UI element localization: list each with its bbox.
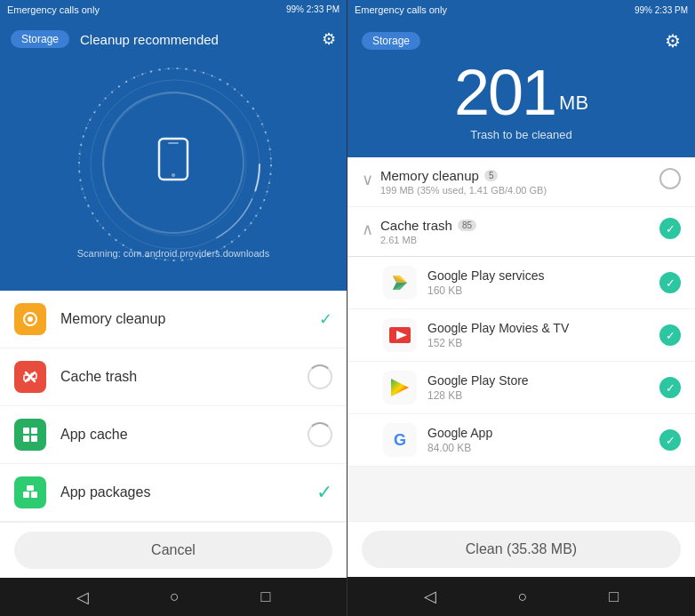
section-title-cache: Cache trash 85: [380, 218, 659, 233]
check-ga[interactable]: ✓: [659, 429, 681, 451]
cache-trash-icon: [14, 361, 46, 393]
memory-cleanup-check: ✓: [319, 309, 332, 329]
gpstore-app-icon: [383, 371, 417, 404]
home-icon[interactable]: ○: [170, 588, 180, 606]
section-cache-trash[interactable]: ∧ Cache trash 85 2.61 MB ✓: [348, 207, 695, 257]
gpstore-details: Google Play Store 128 KB: [427, 373, 649, 402]
svg-rect-14: [31, 428, 37, 434]
left-header: Storage Cleanup recommended ⚙: [0, 20, 347, 60]
left-status-left: Emergency calls only: [7, 4, 100, 15]
clean-button[interactable]: Clean (35.38 MB): [362, 531, 681, 568]
app-packages-icon: [14, 476, 46, 508]
gpm-size: 152 KB: [427, 337, 649, 349]
gpm-details: Google Play Movies & TV 152 KB: [427, 321, 649, 349]
cache-trash-spinner: [308, 364, 332, 389]
gpm-name: Google Play Movies & TV: [427, 321, 649, 335]
trash-number: 201: [454, 57, 555, 128]
left-status-right: 99% 2:33 PM: [286, 4, 340, 14]
storage-badge-left[interactable]: Storage: [11, 30, 69, 48]
settings-icon-left[interactable]: ⚙: [322, 29, 336, 49]
svg-point-8: [172, 173, 175, 177]
right-panel: Emergency calls only 99% 2:33 PM Storage…: [348, 0, 695, 616]
trash-unit: MB: [559, 92, 588, 114]
section-info-memory: Memory cleanup 5 199 MB (35% used, 1.41 …: [380, 168, 659, 196]
menu-label-memory-cleanup: Memory cleanup: [60, 311, 305, 327]
svg-rect-19: [27, 485, 34, 491]
left-panel: Emergency calls only 99% 2:33 PM Storage…: [0, 0, 348, 616]
back-icon[interactable]: ◁: [76, 588, 89, 607]
svg-rect-17: [23, 492, 29, 498]
section-sub-memory: 199 MB (35% used, 1.41 GB/4.00 GB): [380, 185, 659, 196]
menu-item-app-packages[interactable]: App packages ✓: [0, 464, 347, 522]
app-cache-icon: [14, 419, 46, 451]
right-header: Storage ⚙ 201MB Trash to be cleaned: [348, 20, 695, 157]
gpstore-size: 128 KB: [427, 389, 649, 402]
section-title-memory: Memory cleanup 5: [380, 168, 659, 183]
svg-rect-15: [23, 436, 29, 442]
app-packages-check: ✓: [316, 481, 332, 504]
section-badge-memory: 5: [484, 170, 499, 181]
ga-details: Google App 84.00 KB: [427, 426, 649, 454]
section-chevron-cache: ∧: [362, 220, 373, 239]
trash-amount-display: 201MB Trash to be cleaned: [454, 60, 588, 141]
check-gpstore[interactable]: ✓: [659, 377, 681, 398]
left-bottom-bar: Cancel: [0, 522, 347, 578]
scan-area: Scanning: com.android.providers.download…: [0, 60, 347, 292]
gps-name: Google Play services: [427, 268, 649, 283]
svg-rect-7: [168, 142, 179, 144]
check-cache[interactable]: ✓: [659, 218, 681, 239]
right-recent-icon[interactable]: □: [609, 588, 619, 606]
settings-icon-right[interactable]: ⚙: [665, 30, 681, 52]
svg-rect-13: [23, 428, 29, 434]
right-status-bar: Emergency calls only 99% 2:33 PM: [348, 0, 695, 20]
right-home-icon[interactable]: ○: [518, 588, 528, 606]
ga-size: 84.00 KB: [427, 442, 649, 454]
right-status-right: 99% 2:33 PM: [635, 5, 688, 15]
app-item-gpm[interactable]: Google Play Movies & TV 152 KB ✓: [348, 309, 695, 362]
right-nav-bar: ◁ ○ □: [348, 577, 695, 616]
cleanup-recommended-text: Cleanup recommended: [80, 32, 311, 47]
section-sub-cache: 2.61 MB: [380, 235, 659, 245]
memory-cleanup-icon: [14, 303, 46, 335]
section-memory-cleanup[interactable]: ∨ Memory cleanup 5 199 MB (35% used, 1.4…: [348, 157, 695, 207]
app-cache-spinner: [308, 422, 332, 447]
right-bottom-bar: Clean (35.38 MB): [348, 521, 695, 577]
storage-badge-right[interactable]: Storage: [362, 32, 420, 50]
right-back-icon[interactable]: ◁: [424, 587, 436, 606]
scan-circle: [102, 92, 244, 234]
menu-label-app-packages: App packages: [60, 484, 302, 500]
cancel-button[interactable]: Cancel: [14, 532, 332, 569]
cleanup-list: ∨ Memory cleanup 5 199 MB (35% used, 1.4…: [348, 157, 695, 521]
svg-rect-18: [31, 492, 37, 498]
right-status-left: Emergency calls only: [355, 4, 447, 15]
menu-list: Memory cleanup ✓ Cache trash: [0, 291, 347, 522]
recent-icon[interactable]: □: [260, 588, 270, 606]
app-item-ga[interactable]: G Google App 84.00 KB ✓: [348, 414, 695, 467]
gpm-app-icon: [383, 318, 417, 352]
gpstore-name: Google Play Store: [427, 373, 649, 388]
menu-item-cache-trash[interactable]: Cache trash: [0, 348, 347, 406]
menu-label-cache-trash: Cache trash: [60, 369, 293, 385]
gps-app-icon: [383, 266, 417, 300]
app-item-gpstore[interactable]: Google Play Store 128 KB ✓: [348, 362, 695, 414]
check-gpm[interactable]: ✓: [659, 324, 681, 346]
menu-label-app-cache: App cache: [60, 427, 293, 443]
section-info-cache: Cache trash 85 2.61 MB: [380, 218, 659, 245]
section-badge-cache: 85: [458, 220, 476, 231]
svg-rect-16: [31, 436, 37, 442]
svg-text:G: G: [394, 431, 406, 449]
check-gps[interactable]: ✓: [659, 272, 681, 293]
menu-item-memory-cleanup[interactable]: Memory cleanup ✓: [0, 291, 347, 348]
ga-app-icon: G: [383, 423, 417, 457]
right-header-top: Storage ⚙: [362, 30, 681, 52]
gps-details: Google Play services 160 KB: [427, 268, 649, 297]
section-chevron-memory: ∨: [362, 170, 373, 189]
phone-icon: [156, 137, 191, 189]
check-memory[interactable]: [659, 168, 681, 189]
svg-point-10: [28, 316, 33, 322]
trash-label: Trash to be cleaned: [454, 128, 588, 141]
left-status-bar: Emergency calls only 99% 2:33 PM: [0, 0, 347, 20]
app-item-gps[interactable]: Google Play services 160 KB ✓: [348, 257, 695, 309]
ga-name: Google App: [427, 426, 649, 440]
menu-item-app-cache[interactable]: App cache: [0, 406, 347, 464]
